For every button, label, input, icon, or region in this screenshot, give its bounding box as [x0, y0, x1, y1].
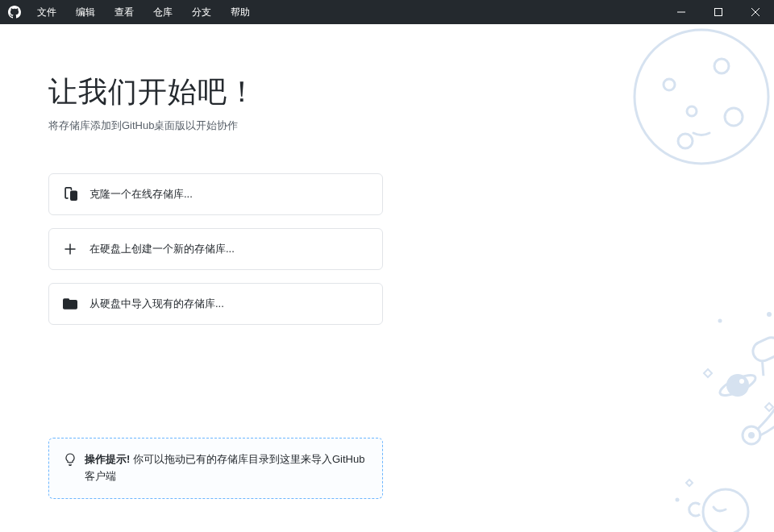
svg-rect-0 — [677, 12, 685, 13]
clone-repo-button[interactable]: 克隆一个在线存储库... — [48, 173, 383, 215]
create-repo-button[interactable]: 在硬盘上创建一个新的存储库... — [48, 228, 383, 270]
action-list: 克隆一个在线存储库... 在硬盘上创建一个新的存储库... 从硬盘中导入现有的存… — [48, 173, 383, 325]
menu-repository[interactable]: 仓库 — [145, 0, 181, 24]
window-controls — [663, 0, 774, 24]
lightbulb-icon — [64, 453, 77, 472]
add-repo-button[interactable]: 从硬盘中导入现有的存储库... — [48, 283, 383, 325]
menu-branch[interactable]: 分支 — [184, 0, 219, 24]
action-label: 从硬盘中导入现有的存储库... — [89, 297, 224, 311]
svg-rect-1 — [715, 9, 722, 16]
page-title: 让我们开始吧！ — [48, 73, 774, 112]
github-logo-icon — [8, 6, 21, 19]
action-label: 克隆一个在线存储库... — [89, 187, 193, 202]
tip-text-wrapper: 操作提示! 你可以拖动已有的存储库目录到这里来导入GitHub客户端 — [85, 451, 368, 485]
menu-edit[interactable]: 编辑 — [68, 0, 103, 24]
titlebar: 文件 编辑 查看 仓库 分支 帮助 — [0, 0, 774, 24]
menu-view[interactable]: 查看 — [106, 0, 142, 24]
plus-icon — [62, 243, 78, 256]
maximize-button[interactable] — [700, 0, 737, 24]
action-label: 在硬盘上创建一个新的存储库... — [89, 242, 235, 256]
tip-label: 操作提示! — [85, 453, 130, 465]
clone-icon — [62, 187, 78, 202]
welcome-content: 让我们开始吧！ 将存储库添加到GitHub桌面版以开始协作 克隆一个在线存储库.… — [0, 24, 774, 499]
close-button[interactable] — [737, 0, 774, 24]
page-subtitle: 将存储库添加到GitHub桌面版以开始协作 — [48, 118, 774, 133]
minimize-button[interactable] — [663, 0, 700, 24]
menu-file[interactable]: 文件 — [29, 0, 64, 24]
menu-help[interactable]: 帮助 — [223, 0, 258, 24]
folder-icon — [62, 297, 78, 310]
tip-box: 操作提示! 你可以拖动已有的存储库目录到这里来导入GitHub客户端 — [48, 438, 383, 499]
menu-bar: 文件 编辑 查看 仓库 分支 帮助 — [29, 0, 258, 24]
